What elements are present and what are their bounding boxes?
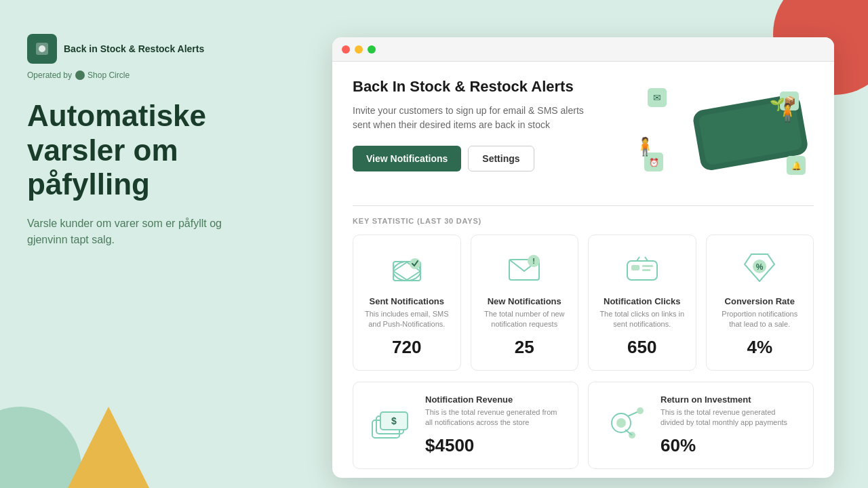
roi-value: 60% [660,435,800,456]
stat-icon-new: ! [504,247,545,288]
operated-by-text: Operated by [27,70,72,80]
stat-icon-sent [387,247,427,288]
svg-rect-23 [642,269,650,271]
stat-value-sent: 720 [392,337,421,358]
stat-title-new: New Notifications [488,296,561,306]
revenue-desc: This is the total revenue generated from… [425,407,564,428]
stat-card-clicks: Notification Clicks The total clicks on … [588,235,696,371]
svg-text:$: $ [391,415,397,426]
svg-text:!: ! [532,257,535,265]
person-left-icon: 🧍 [634,136,656,157]
browser-titlebar [332,37,834,62]
window-maximize-btn[interactable] [368,45,376,54]
stat-desc-new: The total number of new notification req… [481,309,569,330]
phone-illustration-svg: 📦 ✉ 🔔 ⏰ 🧍 🧍 [624,78,814,186]
stat-title-clicks: Notification Clicks [604,296,680,306]
stat-card-revenue: $ Notification Revenue This is the total… [353,382,578,469]
svg-text:✉: ✉ [653,92,661,103]
shop-circle-icon [75,70,85,80]
browser-window: Back In Stock & Restock Alerts Invite yo… [332,37,834,478]
stat-value-conversion: 4% [747,337,772,358]
main-heading: Automatiske varsler om påfylling [27,99,298,202]
sub-text: Varsle kunder om varer som er påfyllt og… [27,216,244,248]
stat-text-roi: Return on Investment This is the total r… [660,394,800,456]
stat-text-revenue: Notification Revenue This is the total r… [425,394,564,456]
svg-point-33 [616,418,626,428]
stat-card-sent: Sent Notifications This includes email, … [353,235,461,371]
revenue-value: $4500 [425,435,564,456]
stats-grid-bottom: $ Notification Revenue This is the total… [353,382,814,469]
plant-icon: 🌱 [770,97,785,112]
svg-rect-22 [642,265,653,267]
svg-text:🔔: 🔔 [791,161,802,171]
app-title: Back In Stock & Restock Alerts [353,78,624,96]
svg-text:⏰: ⏰ [649,157,659,167]
browser-content: Back In Stock & Restock Alerts Invite yo… [332,62,834,478]
key-stats-label: KEY STATISTIC (LAST 30 DAYS) [353,217,814,225]
window-close-btn[interactable] [342,45,350,54]
app-description: Invite your customers to sign up for ema… [353,104,590,132]
stat-card-conversion: % Conversion Rate Proportion notificatio… [706,235,814,371]
stat-icon-conversion: % [739,247,780,288]
app-header-illustration: 📦 ✉ 🔔 ⏰ 🧍 🧍 [624,78,814,186]
stat-desc-clicks: The total clicks on links in sent notifi… [598,309,686,330]
left-panel: Back in Stock & Restock Alerts Operated … [0,0,326,488]
stat-card-new: ! New Notifications The total number of … [471,235,579,371]
svg-point-1 [39,45,45,52]
app-logo-text: Back in Stock & Restock Alerts [64,43,204,55]
view-notifications-button[interactable]: View Notifications [353,146,461,171]
stat-icon-revenue: $ [367,401,414,449]
stat-value-clicks: 650 [627,337,656,358]
section-divider [353,205,814,206]
stat-icon-clicks [622,247,663,288]
window-minimize-btn[interactable] [355,45,363,54]
stat-desc-conversion: Proportion notifications that lead to a … [716,309,804,330]
stat-icon-roi [602,401,650,449]
operated-by-label: Operated by Shop Circle [27,70,298,80]
roi-desc: This is the total revenue generated divi… [660,407,800,428]
roi-title: Return on Investment [660,394,800,405]
app-logo-row: Back in Stock & Restock Alerts [27,34,298,64]
svg-text:%: % [756,262,764,272]
app-header-section: Back In Stock & Restock Alerts Invite yo… [353,78,814,186]
shop-circle-text: Shop Circle [87,70,130,80]
settings-button[interactable]: Settings [468,146,534,171]
app-header-left: Back In Stock & Restock Alerts Invite yo… [353,78,624,171]
app-logo-icon [27,34,57,64]
shop-circle-logo: Shop Circle [75,70,130,80]
stat-title-conversion: Conversion Rate [725,296,795,306]
header-buttons: View Notifications Settings [353,146,624,171]
stat-desc-sent: This includes email, SMS and Push-Notifi… [363,309,451,330]
stats-grid: Sent Notifications This includes email, … [353,235,814,371]
stat-title-sent: Sent Notifications [369,296,444,306]
stat-card-roi: Return on Investment This is the total r… [588,382,814,469]
stat-value-new: 25 [515,337,534,358]
svg-rect-21 [631,265,639,270]
revenue-title: Notification Revenue [425,394,564,405]
svg-point-35 [637,407,644,414]
